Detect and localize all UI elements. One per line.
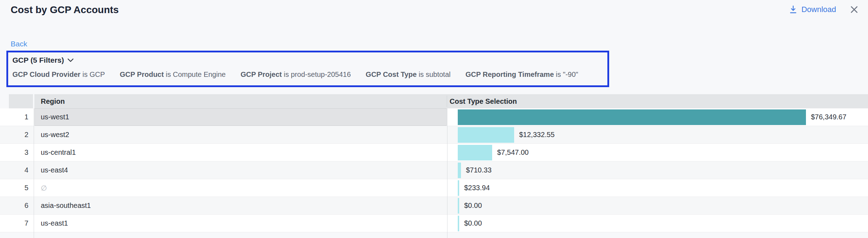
cost-bar xyxy=(458,163,461,178)
cost-bar xyxy=(458,145,492,160)
cost-value: $233.94 xyxy=(464,184,490,192)
chevron-down-icon xyxy=(67,58,74,62)
region-cell[interactable]: ∅ xyxy=(34,179,447,197)
back-link[interactable]: Back xyxy=(11,40,27,48)
cost-cell: $0.00 xyxy=(447,215,868,232)
filter-item[interactable]: GCP Reporting Timeframe is "-90" xyxy=(466,70,578,79)
row-number: 7 xyxy=(0,215,28,232)
column-divider xyxy=(447,96,447,107)
row-number: 3 xyxy=(0,144,28,161)
table-row[interactable]: 6 asia-southeast1 $0.00 xyxy=(0,197,868,215)
cost-cell: $710.33 xyxy=(447,162,868,179)
table-row[interactable]: 5 ∅ $233.94 xyxy=(0,179,868,197)
grid-line-number-column xyxy=(34,108,34,238)
close-button[interactable] xyxy=(850,5,859,14)
cost-value: $0.00 xyxy=(464,202,482,210)
filter-name: GCP Cloud Provider xyxy=(12,70,80,78)
filter-name: GCP Product xyxy=(120,70,164,78)
cost-value: $76,349.67 xyxy=(811,113,846,121)
region-cell[interactable]: us-east1 xyxy=(34,215,447,232)
cost-cell: $0.00 xyxy=(447,197,868,214)
table-row[interactable]: 2 us-west2 $12,332.55 xyxy=(0,126,868,144)
cost-cell: $7,547.00 xyxy=(447,144,868,161)
table-rows: 1 us-west1 $76,349.67 2 us-west2 $12,332… xyxy=(0,108,868,232)
filter-list: GCP Cloud Provider is GCPGCP Product is … xyxy=(12,70,607,79)
row-number: 6 xyxy=(0,197,28,214)
region-cell[interactable]: us-east4 xyxy=(34,162,447,179)
row-number: 4 xyxy=(0,162,28,179)
row-number: 2 xyxy=(0,126,28,143)
download-label: Download xyxy=(801,5,836,14)
table-row[interactable]: 7 us-east1 $0.00 xyxy=(0,215,868,232)
table-row[interactable]: 3 us-central1 $7,547.00 xyxy=(0,144,868,162)
cost-cell: $76,349.67 xyxy=(447,108,868,126)
table-row[interactable]: 4 us-east4 $710.33 xyxy=(0,162,868,179)
cost-bar xyxy=(458,216,459,231)
row-number: 5 xyxy=(0,179,28,197)
download-button[interactable]: Download xyxy=(789,5,836,14)
close-icon xyxy=(850,5,859,14)
header-actions: Download xyxy=(789,5,859,14)
table-row[interactable]: 1 us-west1 $76,349.67 xyxy=(0,108,868,126)
cost-bar xyxy=(458,198,459,214)
region-cell[interactable]: us-west2 xyxy=(34,126,447,143)
cost-value: $12,332.55 xyxy=(519,131,555,139)
download-icon xyxy=(789,5,797,14)
region-cell[interactable]: asia-southeast1 xyxy=(34,197,447,214)
region-cell[interactable]: us-central1 xyxy=(34,144,447,161)
cost-value: $0.00 xyxy=(464,219,482,227)
table-header: Region Cost Type Selection xyxy=(0,94,868,108)
cost-cell: $233.94 xyxy=(447,179,868,197)
column-header-region[interactable]: Region xyxy=(34,97,65,106)
filter-highlight-box: GCP (5 Filters) GCP Cloud Provider is GC… xyxy=(6,51,609,87)
filter-name: GCP Project xyxy=(240,70,282,78)
page-title: Cost by GCP Accounts xyxy=(11,4,119,16)
cost-bar xyxy=(458,109,806,125)
row-number-header xyxy=(9,94,33,108)
cost-cell: $12,332.55 xyxy=(447,126,868,143)
cost-table: Region Cost Type Selection 1 us-west1 $7… xyxy=(0,94,868,232)
filter-item[interactable]: GCP Cost Type is subtotal xyxy=(366,70,450,79)
cost-bar xyxy=(458,127,514,143)
region-cell[interactable]: us-west1 xyxy=(34,108,447,126)
filter-name: GCP Reporting Timeframe xyxy=(466,70,554,78)
cost-value: $710.33 xyxy=(466,166,491,174)
row-number: 1 xyxy=(0,108,28,126)
grid-line-cost-column xyxy=(447,108,447,238)
column-header-cost[interactable]: Cost Type Selection xyxy=(450,97,517,106)
cost-bar xyxy=(458,180,459,196)
filter-item[interactable]: GCP Cloud Provider is GCP xyxy=(12,70,105,79)
filter-item[interactable]: GCP Project is prod-setup-205416 xyxy=(240,70,351,79)
cost-value: $7,547.00 xyxy=(497,148,529,157)
filter-item[interactable]: GCP Product is Compute Engine xyxy=(120,70,226,79)
filter-summary-label: GCP (5 Filters) xyxy=(12,56,64,64)
filter-dropdown-toggle[interactable]: GCP (5 Filters) xyxy=(12,56,74,64)
filter-name: GCP Cost Type xyxy=(366,70,417,78)
